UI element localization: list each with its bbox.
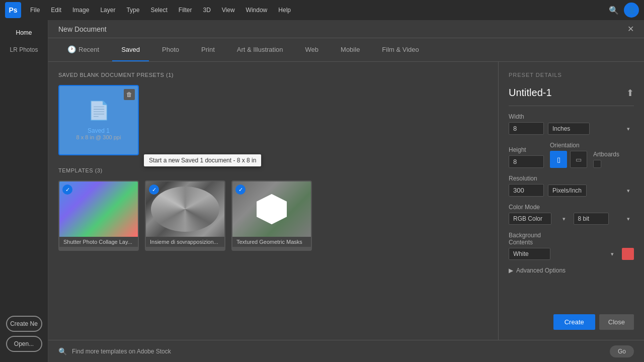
tab-label-recent: Recent (78, 46, 99, 53)
width-input[interactable] (509, 122, 544, 135)
menu-item-view[interactable]: View (217, 5, 240, 15)
resolution-label: Resolution (509, 175, 544, 182)
menu-item-edit[interactable]: Edit (46, 5, 66, 15)
color-mode-row: RGB Color CMYK Color Grayscale 8 bit 16 … (509, 213, 634, 225)
bg-contents-select[interactable]: White Black Transparent (509, 248, 550, 260)
color-mode-select[interactable]: RGB Color CMYK Color Grayscale (509, 213, 551, 225)
tab-label-print: Print (201, 46, 215, 53)
divider-1 (509, 106, 634, 106)
check-badge-textured: ✓ (235, 185, 246, 195)
tab-recent[interactable]: 🕐Recent (58, 38, 108, 61)
check-badge-shutter: ✓ (62, 185, 72, 195)
preset-delete-button[interactable]: 🗑 (124, 89, 135, 100)
artboards-label: Artboards (593, 151, 628, 158)
color-mode-wrapper: RGB Color CMYK Color Grayscale (509, 213, 570, 225)
sidebar-item-lrphotos[interactable]: LR Photos (4, 42, 44, 57)
sidebar-item-home[interactable]: Home (4, 25, 44, 40)
tab-saved[interactable]: Saved (112, 39, 149, 61)
tab-label-web: Web (305, 46, 319, 53)
open-button[interactable]: Open... (6, 336, 42, 352)
menu-item-select[interactable]: Select (145, 5, 172, 15)
saved-section-header: SAVED BLANK DOCUMENT PRESETS (1) (58, 72, 488, 78)
avatar[interactable]: 👤 (624, 3, 639, 18)
create-button[interactable]: Create (553, 314, 595, 330)
tab-photo[interactable]: Photo (153, 39, 188, 61)
panel-bottom-buttons: Create Close (509, 314, 634, 330)
sidebar: Home LR Photos Create Ne Open... (0, 20, 48, 362)
dialog-body: SAVED BLANK DOCUMENT PRESETS (1) 📄 Saved… (48, 62, 644, 340)
resolution-row: Pixels/Inch Pixels/cm (509, 184, 634, 197)
width-unit-select[interactable]: Inches Pixels Centimeters (548, 123, 590, 135)
menu-item-help[interactable]: Help (273, 5, 296, 15)
templates-section-header: TEMPLATES (3) (58, 167, 488, 173)
tab-art[interactable]: Art & Illustration (228, 39, 292, 61)
bit-depth-wrapper: 8 bit 16 bit 32 bit (574, 213, 634, 225)
search-icon-bottom: 🔍 (58, 347, 67, 355)
tab-print[interactable]: Print (192, 39, 224, 61)
stock-search-text: Find more templates on Adobe Stock (72, 348, 605, 355)
tab-mobile[interactable]: Mobile (332, 39, 369, 61)
height-label: Height (509, 146, 544, 153)
save-preset-icon[interactable]: ⬆ (626, 87, 634, 99)
search-icon[interactable]: 🔍 (609, 6, 619, 15)
landscape-button[interactable]: ▭ (570, 151, 587, 168)
resolution-unit-select[interactable]: Pixels/Inch Pixels/cm (548, 185, 587, 197)
menu-item-type[interactable]: Type (121, 5, 144, 15)
go-button[interactable]: Go (610, 345, 634, 357)
dialog-tabs: 🕐RecentSavedPhotoPrintArt & Illustration… (48, 38, 644, 62)
panel-section-title: PRESET DETAILS (509, 72, 634, 78)
tab-web[interactable]: Web (296, 39, 328, 61)
orientation-row: ▯ ▭ (550, 151, 587, 168)
chevron-right-icon: ▶ (509, 267, 513, 274)
bit-depth-select[interactable]: 8 bit 16 bit 32 bit (574, 213, 609, 225)
preset-document-icon: 📄 (88, 100, 110, 121)
tab-label-mobile: Mobile (341, 46, 360, 53)
bg-contents-wrapper: White Black Transparent (509, 248, 618, 260)
color-mode-label: Color Mode (509, 204, 544, 211)
close-button[interactable]: Close (599, 314, 634, 330)
resolution-unit-wrapper: Pixels/Inch Pixels/cm (548, 185, 634, 197)
menu-item-layer[interactable]: Layer (95, 5, 120, 15)
tab-label-film: Film & Video (382, 46, 419, 53)
dialog-close-button[interactable]: ✕ (627, 24, 634, 34)
menu-item-filter[interactable]: Filter (174, 5, 197, 15)
width-row: Inches Pixels Centimeters (509, 122, 634, 135)
artboards-checkbox[interactable] (593, 160, 601, 168)
color-swatch[interactable] (622, 248, 634, 260)
width-unit-wrapper: Inches Pixels Centimeters (548, 123, 634, 135)
tab-label-art: Art & Illustration (237, 46, 283, 53)
menu-item-3d[interactable]: 3D (198, 5, 215, 15)
topbar: Ps FileEditImageLayerTypeSelectFilter3DV… (0, 0, 644, 20)
template-card-shutter[interactable]: ✓ Shutter Photo Collage Lay... (58, 180, 139, 251)
bottom-bar: 🔍 Find more templates on Adobe Stock Go (48, 340, 644, 362)
tab-label-saved: Saved (121, 46, 140, 53)
template-card-textured[interactable]: ✓ Textured Geometric Masks (231, 180, 312, 251)
advanced-options-toggle[interactable]: ▶ Advanced Options (509, 267, 634, 274)
preset-name-label: Saved 1 (88, 127, 110, 134)
menu-item-window[interactable]: Window (241, 5, 273, 15)
advanced-options-label: Advanced Options (516, 267, 566, 274)
create-new-button[interactable]: Create Ne (6, 316, 42, 332)
width-label: Width (509, 113, 544, 120)
resolution-input[interactable] (509, 184, 544, 197)
tab-icon-recent: 🕐 (67, 45, 76, 53)
presets-grid: 📄 Saved 1 8 x 8 in @ 300 ppi 🗑 (58, 85, 488, 155)
tab-film[interactable]: Film & Video (373, 39, 428, 61)
content-area: SAVED BLANK DOCUMENT PRESETS (1) 📄 Saved… (48, 62, 498, 340)
app-logo: Ps (5, 2, 21, 18)
menu-item-file[interactable]: File (25, 5, 45, 15)
preset-tooltip: Start a new Saved 1 document - 8 x 8 in (144, 154, 261, 166)
bg-contents-label: Background Contents (509, 232, 544, 246)
template-label-textured: Textured Geometric Masks (232, 237, 311, 247)
right-panel: PRESET DETAILS Untitled-1 ⬆ Width (498, 62, 644, 340)
height-input[interactable] (509, 155, 544, 168)
templates-grid: ✓ Shutter Photo Collage Lay... ✓ (58, 180, 488, 251)
preset-dimensions-label: 8 x 8 in @ 300 ppi (76, 134, 121, 140)
template-card-insieme[interactable]: ✓ Insieme di sovrapposizion... (145, 180, 225, 251)
menu-item-image[interactable]: Image (67, 5, 94, 15)
preset-card-saved1[interactable]: 📄 Saved 1 8 x 8 in @ 300 ppi 🗑 (58, 85, 139, 155)
topbar-icons: 🔍 👤 (609, 3, 639, 18)
portrait-button[interactable]: ▯ (550, 151, 567, 168)
preset-name-input[interactable]: Untitled-1 (509, 87, 552, 99)
bg-contents-row: White Black Transparent (509, 248, 634, 260)
